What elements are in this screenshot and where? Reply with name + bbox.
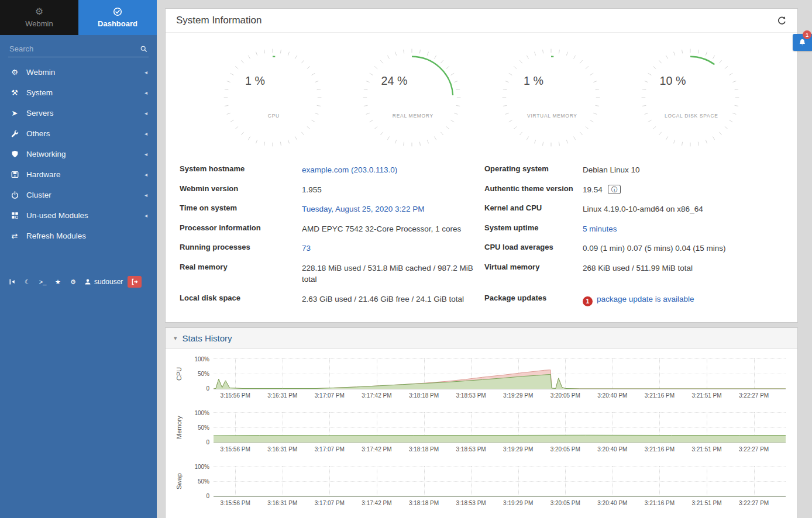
- chevron-left-icon: ◂: [144, 151, 147, 157]
- info-value-virtual-memory: 268 KiB used / 511.99 MiB total: [583, 258, 783, 278]
- tab-dashboard[interactable]: Dashboard: [78, 0, 157, 35]
- info-label-running-processes: Running processes: [180, 239, 302, 255]
- info-label-package-updates: Package updates: [484, 289, 583, 306]
- y-tick-label: 50%: [198, 478, 209, 485]
- info-value-text[interactable]: Tuesday, August 25, 2020 3:22 PM: [302, 205, 424, 213]
- x-tick-label: 3:20:05 PM: [550, 500, 580, 506]
- collapse-sidebar-button[interactable]: [6, 276, 19, 288]
- x-tick-label: 3:16:31 PM: [267, 500, 297, 506]
- x-axis-labels: 3:15:56 PM3:16:31 PM3:17:07 PM3:17:42 PM…: [214, 497, 786, 507]
- sidebar-item-label: System: [26, 88, 144, 97]
- x-tick-label: 3:19:29 PM: [503, 500, 533, 506]
- sidebar-item-servers[interactable]: ➤Servers◂: [0, 103, 157, 123]
- search-icon[interactable]: [140, 45, 147, 53]
- sidebar-item-cluster[interactable]: Cluster◂: [0, 185, 157, 205]
- info-value-text[interactable]: package update is available: [597, 295, 694, 303]
- sidebar-item-system[interactable]: ⚒System◂: [0, 82, 157, 103]
- info-label-virtual-memory: Virtual memory: [484, 258, 583, 275]
- notifications-button[interactable]: 1: [793, 34, 812, 51]
- sidebar-item-hardware[interactable]: Hardware◂: [0, 164, 157, 185]
- sidebar-item-webmin[interactable]: ⚙Webmin◂: [0, 62, 157, 82]
- chart-axis-title: CPU: [171, 358, 187, 389]
- chart-memory: Memory100%50%03:15:56 PM3:16:31 PM3:17:0…: [171, 412, 786, 454]
- info-value-real-memory: 228.18 MiB used / 531.8 MiB cached / 987…: [302, 258, 484, 289]
- info-label-time-on-system: Time on system: [180, 199, 302, 216]
- chart-plot-area: [214, 412, 786, 443]
- x-tick-label: 3:18:18 PM: [409, 392, 439, 399]
- refresh-modules-label: Refresh Modules: [26, 232, 147, 240]
- collapse-sidebar-icon: [9, 278, 16, 285]
- chevron-left-icon: ◂: [144, 89, 147, 96]
- notification-count-badge: 1: [803, 30, 811, 39]
- theme-settings-button[interactable]: ⚙: [67, 276, 80, 288]
- x-tick-label: 3:20:40 PM: [597, 500, 627, 506]
- sidebar-item-label: Others: [26, 129, 144, 138]
- sidebar-item-label: Cluster: [26, 191, 144, 199]
- bell-icon: [798, 38, 807, 47]
- svg-text:10 %: 10 %: [660, 74, 686, 87]
- dashboard-icon: [113, 7, 122, 16]
- logout-button[interactable]: [128, 276, 142, 288]
- logout-icon: [131, 278, 138, 285]
- sidebar-item-others[interactable]: Others◂: [0, 123, 157, 144]
- refresh-icon: [777, 16, 787, 26]
- main-content: System Information 1 %CPU24 %REAL MEMORY…: [157, 0, 812, 518]
- chevron-left-icon: ◂: [144, 192, 147, 198]
- username-label: sudouser: [94, 278, 123, 286]
- y-tick-label: 100%: [194, 410, 209, 416]
- info-icon[interactable]: ⓘ: [608, 185, 621, 195]
- x-tick-label: 3:19:29 PM: [503, 392, 533, 399]
- x-tick-label: 3:21:16 PM: [645, 500, 675, 506]
- night-mode-button[interactable]: ☾: [21, 276, 34, 288]
- system-information-header: System Information: [166, 9, 797, 33]
- search-input[interactable]: [9, 44, 140, 53]
- info-value-text: 0.09 (1 min) 0.07 (5 mins) 0.04 (15 mins…: [583, 244, 726, 253]
- star-icon: ★: [55, 278, 61, 286]
- svg-text:CPU: CPU: [268, 113, 280, 119]
- chart-axis-title: Swap: [171, 466, 187, 497]
- y-tick-label: 50%: [198, 424, 209, 431]
- x-tick-label: 3:18:53 PM: [456, 500, 486, 506]
- x-tick-label: 3:18:53 PM: [456, 392, 486, 399]
- x-tick-label: 3:20:40 PM: [597, 392, 627, 399]
- x-tick-label: 3:22:27 PM: [739, 392, 769, 399]
- sidebar-item-networking[interactable]: Networking◂: [0, 144, 157, 164]
- package-updates-count-badge: 1: [583, 296, 593, 306]
- chart-area-svg: [214, 466, 786, 496]
- y-axis-labels: 100%50%0: [187, 412, 214, 443]
- info-label-webmin-version: Webmin version: [180, 180, 302, 197]
- sidebar-item-un-used-modules[interactable]: Un-used Modules◂: [0, 205, 157, 226]
- info-value-text[interactable]: example.com (203.0.113.0): [302, 165, 397, 174]
- x-tick-label: 3:18:53 PM: [456, 446, 486, 453]
- y-tick-label: 0: [206, 493, 209, 499]
- refresh-button[interactable]: [777, 16, 787, 26]
- x-tick-label: 3:22:27 PM: [739, 446, 769, 453]
- chart-area-svg: [214, 358, 786, 389]
- x-tick-label: 3:20:05 PM: [550, 446, 580, 453]
- info-value-text[interactable]: 73: [302, 244, 311, 253]
- info-value-text[interactable]: 5 minutes: [583, 225, 617, 233]
- sidebar-item-refresh-modules[interactable]: ⇄ Refresh Modules: [0, 226, 157, 246]
- info-value-text: AMD EPYC 7542 32-Core Processor, 1 cores: [302, 225, 461, 233]
- x-tick-label: 3:21:51 PM: [691, 392, 721, 399]
- user-menu-button[interactable]: sudouser: [82, 276, 125, 288]
- stats-history-header[interactable]: ▾ Stats History: [166, 328, 797, 349]
- info-value-system-hostname: example.com (203.0.113.0): [302, 160, 484, 180]
- x-tick-label: 3:21:51 PM: [691, 446, 721, 453]
- info-value-text: 2.63 GiB used / 21.46 GiB free / 24.1 Gi…: [302, 295, 464, 303]
- chevron-left-icon: ◂: [144, 69, 147, 75]
- x-tick-label: 3:20:05 PM: [550, 392, 580, 399]
- tab-webmin[interactable]: ⚙ Webmin: [0, 0, 78, 35]
- chart-swap: Swap100%50%03:15:56 PM3:16:31 PM3:17:07 …: [171, 466, 786, 507]
- favorites-button[interactable]: ★: [51, 276, 64, 288]
- info-label-cpu-load-averages: CPU load averages: [484, 239, 583, 255]
- terminal-button[interactable]: >_: [36, 276, 49, 288]
- info-value-webmin-version: 1.955: [302, 180, 484, 200]
- y-tick-label: 100%: [194, 464, 209, 470]
- gear-icon: ⚙: [9, 68, 20, 77]
- chart-plot-area: [214, 466, 786, 497]
- chart-axis-title: Memory: [171, 412, 187, 443]
- stats-history-title: Stats History: [183, 333, 232, 343]
- info-value-cpu-load-averages: 0.09 (1 min) 0.07 (5 mins) 0.04 (15 mins…: [583, 239, 783, 258]
- info-value-time-on-system: Tuesday, August 25, 2020 3:22 PM: [302, 199, 484, 219]
